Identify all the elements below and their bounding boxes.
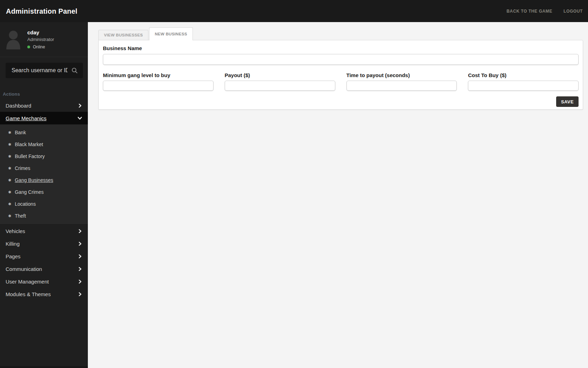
profile-role: Administrator [27, 37, 54, 42]
payout-input[interactable] [225, 81, 335, 91]
new-business-form-card: Business Name Minimum gang level to buy … [98, 40, 583, 110]
payout-label: Payout ($) [225, 72, 335, 78]
chevron-right-icon [78, 254, 82, 259]
asterisk-icon: ✱ [8, 178, 11, 182]
asterisk-icon: ✱ [8, 202, 11, 206]
submenu-item-gang-businesses[interactable]: ✱ Gang Businesses [0, 174, 88, 186]
asterisk-icon: ✱ [8, 190, 11, 194]
form-footer: SAVE [103, 96, 579, 107]
business-tabs: VIEW BUSINESSES NEW BUSINESS [98, 27, 588, 40]
time-to-payout-label: Time to payout (seconds) [346, 72, 457, 78]
sidebar-section-label: Actions [3, 91, 88, 97]
game-mechanics-submenu: ✱ Bank ✱ Black Market ✱ Bullet Factory ✱… [0, 124, 88, 225]
app-title: Administration Panel [6, 7, 77, 15]
submenu-item-bank[interactable]: ✱ Bank [0, 127, 88, 138]
chevron-right-icon [78, 229, 82, 233]
business-name-input[interactable] [103, 54, 579, 65]
profile-status: Online [27, 45, 54, 49]
tab-new-business[interactable]: NEW BUSINESS [149, 27, 192, 40]
logout-link[interactable]: LOGOUT [564, 9, 583, 14]
sidebar: cday Administrator Online Actions Dashbo… [0, 22, 88, 368]
asterisk-icon: ✱ [8, 131, 11, 135]
min-gang-level-input[interactable] [103, 81, 214, 91]
chevron-right-icon [78, 241, 82, 246]
form-grid: Minimum gang level to buy Payout ($) Tim… [103, 72, 579, 91]
profile-info: cday Administrator Online [27, 29, 54, 49]
sidebar-item-game-mechanics[interactable]: Game Mechanics [0, 112, 88, 124]
user-profile-panel: cday Administrator Online [0, 22, 88, 57]
submenu-item-black-market[interactable]: ✱ Black Market [0, 138, 88, 150]
asterisk-icon: ✱ [8, 214, 11, 218]
main-content: VIEW BUSINESSES NEW BUSINESS Business Na… [88, 22, 588, 368]
time-to-payout-input[interactable] [346, 81, 457, 91]
online-status-label: Online [33, 45, 45, 49]
chevron-right-icon [78, 267, 82, 271]
sidebar-bottom-edge [0, 366, 88, 368]
payout-field: Payout ($) [225, 72, 335, 91]
submenu-item-theft[interactable]: ✱ Theft [0, 210, 88, 222]
sidebar-menu: Dashboard Game Mechanics ✱ Bank ✱ Black … [0, 99, 88, 300]
topbar-links: BACK TO THE GAME LOGOUT [506, 9, 583, 14]
chevron-right-icon [78, 279, 82, 284]
submenu-item-bullet-factory[interactable]: ✱ Bullet Factory [0, 150, 88, 162]
asterisk-icon: ✱ [8, 166, 11, 170]
sidebar-item-communication[interactable]: Communication [0, 263, 88, 275]
asterisk-icon: ✱ [8, 143, 11, 146]
sidebar-item-user-management[interactable]: User Management [0, 275, 88, 288]
cost-to-buy-label: Cost To Buy ($) [468, 72, 579, 78]
cost-to-buy-input[interactable] [468, 81, 579, 91]
sidebar-item-dashboard[interactable]: Dashboard [0, 99, 88, 112]
cost-to-buy-field: Cost To Buy ($) [468, 72, 579, 91]
search-icon[interactable] [71, 67, 78, 74]
business-name-label: Business Name [103, 45, 579, 51]
chevron-down-icon [77, 116, 82, 121]
profile-username: cday [27, 29, 54, 35]
user-silhouette-icon [5, 29, 21, 49]
user-search-box [6, 63, 83, 78]
save-button[interactable]: SAVE [556, 96, 579, 107]
time-to-payout-field: Time to payout (seconds) [346, 72, 457, 91]
asterisk-icon: ✱ [8, 155, 11, 158]
avatar [5, 29, 21, 49]
top-bar: Administration Panel BACK TO THE GAME LO… [0, 0, 588, 22]
chevron-right-icon [78, 103, 82, 108]
sidebar-item-vehicles[interactable]: Vehicles [0, 225, 88, 237]
business-name-field: Business Name [103, 45, 579, 65]
chevron-right-icon [78, 292, 82, 297]
submenu-item-locations[interactable]: ✱ Locations [0, 198, 88, 210]
submenu-item-gang-crimes[interactable]: ✱ Gang Crimes [0, 186, 88, 198]
back-to-game-link[interactable]: BACK TO THE GAME [506, 9, 552, 14]
online-status-dot [27, 46, 30, 48]
submenu-item-crimes[interactable]: ✱ Crimes [0, 162, 88, 174]
min-gang-level-label: Minimum gang level to buy [103, 72, 214, 78]
min-gang-level-field: Minimum gang level to buy [103, 72, 214, 91]
tab-view-businesses[interactable]: VIEW BUSINESSES [98, 30, 148, 40]
sidebar-item-modules-themes[interactable]: Modules & Themes [0, 288, 88, 300]
sidebar-item-pages[interactable]: Pages [0, 250, 88, 263]
sidebar-item-killing[interactable]: Killing [0, 237, 88, 250]
